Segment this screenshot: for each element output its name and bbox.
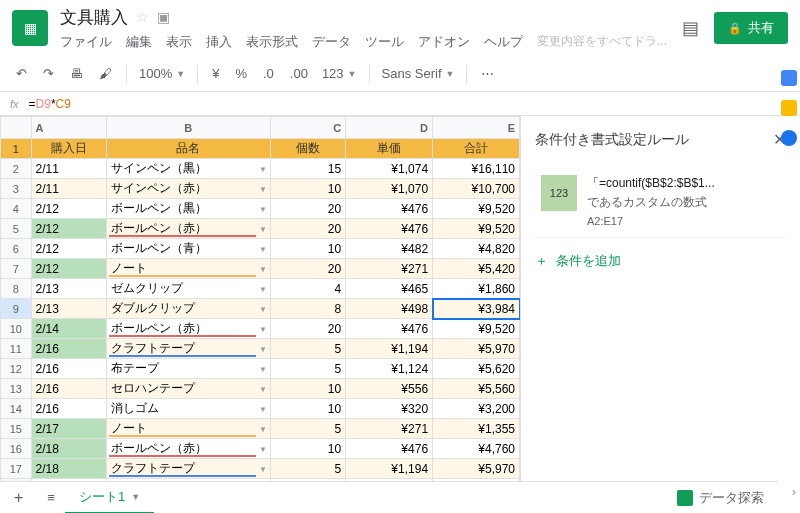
- dropdown-icon[interactable]: ▼: [259, 164, 267, 173]
- cell[interactable]: 10: [271, 179, 346, 199]
- cell[interactable]: 布テープ▼: [106, 359, 270, 379]
- cell[interactable]: ¥10,700: [433, 179, 520, 199]
- doc-title[interactable]: 文具購入: [60, 6, 128, 29]
- cell[interactable]: 4: [271, 279, 346, 299]
- cell[interactable]: ¥1,194: [346, 339, 433, 359]
- row-header[interactable]: 12: [1, 359, 32, 379]
- calendar-icon[interactable]: [781, 70, 797, 86]
- dropdown-icon[interactable]: ▼: [259, 264, 267, 273]
- cell[interactable]: ¥5,970: [433, 459, 520, 479]
- dropdown-icon[interactable]: ▼: [259, 204, 267, 213]
- explore-button[interactable]: データ探索: [663, 489, 778, 507]
- cell[interactable]: ¥9,520: [433, 199, 520, 219]
- cell[interactable]: 5: [271, 459, 346, 479]
- row-header[interactable]: 6: [1, 239, 32, 259]
- cell[interactable]: ダブルクリップ▼: [106, 299, 270, 319]
- cell[interactable]: ¥3,984: [433, 299, 520, 319]
- cell[interactable]: ¥271: [346, 259, 433, 279]
- cell[interactable]: ¥1,194: [346, 459, 433, 479]
- cell[interactable]: 10: [271, 379, 346, 399]
- menu-view[interactable]: 表示: [166, 33, 192, 51]
- dropdown-icon[interactable]: ▼: [259, 464, 267, 473]
- add-sheet-button[interactable]: +: [0, 489, 37, 507]
- keep-icon[interactable]: [781, 100, 797, 116]
- comment-icon[interactable]: ▤: [676, 14, 704, 42]
- cell[interactable]: 2/12: [31, 239, 106, 259]
- cell[interactable]: ¥4,760: [433, 439, 520, 459]
- chevron-right-icon[interactable]: ›: [792, 484, 796, 499]
- cell[interactable]: 20: [271, 199, 346, 219]
- dropdown-icon[interactable]: ▼: [259, 324, 267, 333]
- cell[interactable]: 10: [271, 399, 346, 419]
- select-all-cell[interactable]: [1, 117, 32, 139]
- cell[interactable]: 2/16: [31, 359, 106, 379]
- cell[interactable]: ¥271: [346, 419, 433, 439]
- row-header[interactable]: 8: [1, 279, 32, 299]
- cell[interactable]: 2/18: [31, 459, 106, 479]
- cell[interactable]: 15: [271, 159, 346, 179]
- cell[interactable]: 2/17: [31, 419, 106, 439]
- cell[interactable]: ¥1,860: [433, 279, 520, 299]
- star-icon[interactable]: ☆: [136, 9, 149, 25]
- changes-text[interactable]: 変更内容をすべてドラ...: [537, 33, 667, 51]
- cell[interactable]: セロハンテープ▼: [106, 379, 270, 399]
- row-header[interactable]: 5: [1, 219, 32, 239]
- sheet-tab[interactable]: シート1▼: [65, 482, 154, 514]
- dropdown-icon[interactable]: ▼: [259, 444, 267, 453]
- cell[interactable]: 2/11: [31, 179, 106, 199]
- col-header[interactable]: D: [346, 117, 433, 139]
- dropdown-icon[interactable]: ▼: [259, 184, 267, 193]
- cell[interactable]: ¥5,560: [433, 379, 520, 399]
- cell[interactable]: ノート▼: [106, 259, 270, 279]
- cell[interactable]: 2/11: [31, 159, 106, 179]
- cell[interactable]: 20: [271, 259, 346, 279]
- row-header[interactable]: 15: [1, 419, 32, 439]
- row-header[interactable]: 4: [1, 199, 32, 219]
- percent-button[interactable]: %: [229, 62, 253, 85]
- menu-help[interactable]: ヘルプ: [484, 33, 523, 51]
- cell[interactable]: ¥476: [346, 439, 433, 459]
- cell[interactable]: ノート▼: [106, 419, 270, 439]
- cell[interactable]: 2/16: [31, 399, 106, 419]
- cell[interactable]: ¥16,110: [433, 159, 520, 179]
- decimal-inc-button[interactable]: .00: [284, 62, 314, 85]
- cell[interactable]: 2/16: [31, 379, 106, 399]
- more-button[interactable]: ⋯: [475, 62, 500, 85]
- share-button[interactable]: 🔒共有: [714, 12, 788, 44]
- cell[interactable]: ¥476: [346, 199, 433, 219]
- cell[interactable]: クラフトテープ▼: [106, 339, 270, 359]
- cell[interactable]: ¥465: [346, 279, 433, 299]
- cell[interactable]: ¥5,420: [433, 259, 520, 279]
- print-button[interactable]: 🖶: [64, 62, 89, 85]
- row-header[interactable]: 11: [1, 339, 32, 359]
- formula-input[interactable]: =D9*C9: [29, 97, 71, 111]
- dropdown-icon[interactable]: ▼: [259, 384, 267, 393]
- dropdown-icon[interactable]: ▼: [259, 344, 267, 353]
- cell[interactable]: 10: [271, 439, 346, 459]
- cell[interactable]: 2/12: [31, 259, 106, 279]
- tasks-icon[interactable]: [781, 130, 797, 146]
- cell[interactable]: ¥9,520: [433, 319, 520, 339]
- cell[interactable]: 5: [271, 419, 346, 439]
- cell[interactable]: ¥9,520: [433, 219, 520, 239]
- all-sheets-button[interactable]: ≡: [37, 490, 65, 505]
- menu-insert[interactable]: 挿入: [206, 33, 232, 51]
- row-header[interactable]: 2: [1, 159, 32, 179]
- spreadsheet-table[interactable]: A B C D E 1 購入日 品名 個数 単価 合計 2 2/11 サインペン…: [0, 116, 520, 481]
- col-header[interactable]: E: [433, 117, 520, 139]
- cell[interactable]: 10: [271, 239, 346, 259]
- cell[interactable]: 単価: [346, 139, 433, 159]
- cell[interactable]: 20: [271, 319, 346, 339]
- cell[interactable]: ¥476: [346, 319, 433, 339]
- format-rule[interactable]: 123 「=countif($B$2:$B$1... であるカスタムの数式 A2…: [535, 165, 786, 238]
- cell[interactable]: 2/16: [31, 339, 106, 359]
- cell[interactable]: 2/12: [31, 199, 106, 219]
- cell[interactable]: 5: [271, 339, 346, 359]
- cell[interactable]: ¥476: [346, 219, 433, 239]
- row-header[interactable]: 9: [1, 299, 32, 319]
- row-header[interactable]: 3: [1, 179, 32, 199]
- folder-icon[interactable]: ▣: [157, 9, 170, 25]
- cell[interactable]: サインペン（黒）▼: [106, 159, 270, 179]
- undo-button[interactable]: ↶: [10, 62, 33, 85]
- menu-format[interactable]: 表示形式: [246, 33, 298, 51]
